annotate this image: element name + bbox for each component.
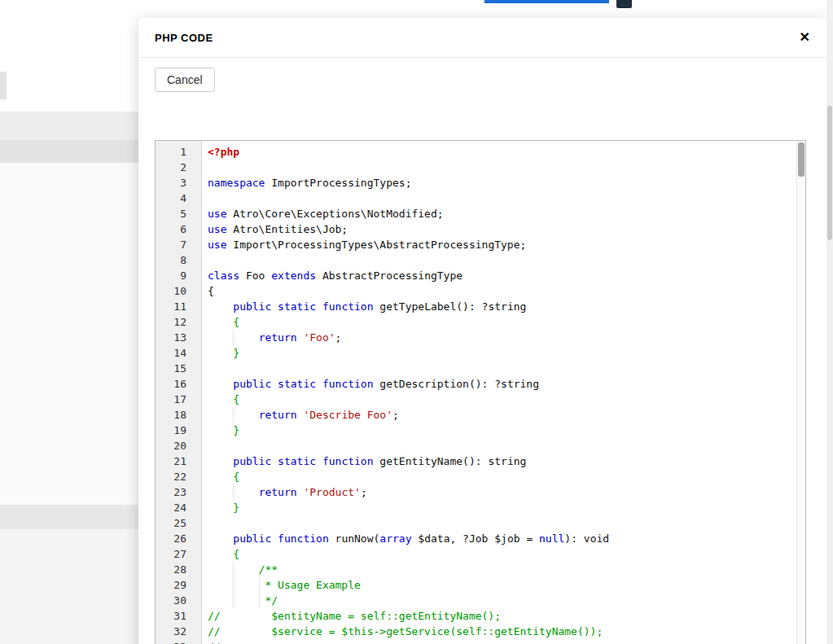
code-token	[316, 300, 322, 313]
editor-scrollbar-thumb[interactable]	[798, 142, 805, 177]
code-token: {	[233, 393, 239, 405]
code-line	[208, 160, 805, 175]
code-line: namespace ImportProcessingTypes;	[208, 175, 805, 191]
background-block	[0, 505, 138, 529]
code-line: // $service = $this->getService(self::ge…	[208, 624, 805, 639]
code-token	[316, 378, 322, 390]
line-number: 33	[156, 639, 186, 644]
code-token: // $service = $this->getService(self::ge…	[208, 625, 603, 637]
line-number: 24	[156, 500, 186, 515]
modal-header: PHP CODE ✕	[138, 18, 826, 58]
line-number: 31	[156, 608, 186, 624]
code-token	[208, 532, 233, 545]
code-token: class	[208, 269, 239, 282]
background-block	[0, 140, 138, 163]
code-editor[interactable]: 1234567891011121314151617181920212223242…	[155, 140, 806, 644]
line-number: 10	[156, 283, 186, 299]
code-line: return 'Describe Foo';	[208, 407, 805, 423]
background-block	[0, 529, 138, 644]
background-button-top[interactable]	[484, 0, 609, 3]
line-number: 23	[156, 484, 186, 500]
code-token: use	[208, 223, 226, 235]
code-token: use	[208, 239, 226, 251]
code-token: static	[278, 300, 316, 313]
editor-scrollbar[interactable]	[796, 141, 805, 644]
code-token: runNow(	[329, 532, 380, 545]
line-number: 30	[156, 593, 186, 608]
code-token: return	[259, 486, 297, 498]
line-number: 32	[156, 624, 186, 639]
code-line: * Usage Example	[208, 577, 805, 593]
line-number: 2	[156, 160, 186, 175]
code-token: array	[379, 532, 411, 545]
editor-gutter: 1234567891011121314151617181920212223242…	[156, 141, 202, 644]
code-line: return 'Product';	[208, 484, 805, 500]
line-number: 20	[156, 438, 186, 453]
code-line	[208, 252, 805, 268]
indent-guide	[233, 593, 234, 608]
background-block	[0, 163, 138, 505]
code-line	[208, 515, 805, 531]
code-token: static	[278, 455, 316, 467]
code-token: getEntityName(): string	[374, 455, 527, 467]
code-token	[271, 300, 278, 313]
code-token: function	[278, 532, 329, 545]
line-number: 13	[156, 330, 186, 345]
code-line: public static function getTypeLabel(): ?…	[208, 299, 805, 314]
code-token: 'Describe Foo'	[303, 409, 392, 421]
code-token	[208, 347, 233, 359]
indent-guide	[233, 407, 234, 423]
modal-title: PHP CODE	[155, 32, 213, 44]
indent-guide	[259, 593, 260, 608]
code-line: use Import\ProcessingTypes\AbstractProce…	[208, 237, 805, 252]
code-line: }	[208, 345, 805, 361]
code-line: // $entityName = self::getEntityName();	[208, 608, 805, 624]
code-token	[208, 378, 233, 390]
code-token: getTypeLabel(): ?string	[374, 300, 527, 313]
code-token: getDescription(): ?string	[374, 378, 540, 390]
code-token	[271, 455, 278, 467]
code-token: */	[208, 594, 278, 607]
code-token: Atro\Entities\Job;	[226, 223, 348, 235]
code-token: return	[259, 409, 297, 421]
php-code-modal: PHP CODE ✕ Cancel 1234567891011121314151…	[138, 18, 826, 644]
code-token: return	[259, 331, 297, 344]
indent-guide	[233, 484, 234, 500]
code-line: return 'Foo';	[208, 330, 805, 345]
code-token	[208, 393, 233, 405]
indent-guide	[233, 330, 234, 345]
code-token: {	[208, 285, 214, 297]
code-token	[208, 502, 233, 514]
code-token: ;	[361, 486, 367, 498]
line-number: 19	[156, 423, 186, 438]
code-token: public	[233, 532, 271, 545]
line-number: 6	[156, 221, 186, 237]
line-number: 12	[156, 314, 186, 330]
code-token: <?php	[208, 146, 239, 158]
code-line	[208, 191, 805, 206]
line-number: 4	[156, 191, 186, 206]
page-scrollbar-thumb[interactable]	[827, 106, 832, 240]
code-token: $data, ?Job $job =	[412, 532, 540, 545]
code-line: class Foo extends AbstractProcessingType	[208, 268, 805, 283]
code-token: function	[322, 378, 374, 390]
code-token: }	[233, 502, 239, 514]
background-block	[0, 112, 138, 140]
page-scrollbar[interactable]	[826, 0, 833, 644]
code-token: public	[233, 455, 271, 467]
line-number: 11	[156, 299, 186, 314]
code-line: {	[208, 469, 805, 484]
line-number: 1	[156, 144, 186, 160]
background-menu-icon[interactable]	[616, 0, 632, 8]
code-token	[271, 532, 278, 545]
code-line: {	[208, 546, 805, 562]
line-number: 8	[156, 252, 186, 268]
close-icon[interactable]: ✕	[800, 31, 810, 44]
line-number: 22	[156, 469, 186, 484]
code-token	[271, 378, 278, 390]
cancel-button[interactable]: Cancel	[155, 68, 215, 92]
code-token: static	[278, 378, 316, 390]
code-line: use Atro\Core\Exceptions\NotModified;	[208, 206, 805, 221]
code-lines: <?php namespace ImportProcessingTypes; u…	[202, 141, 805, 644]
code-token: }	[233, 347, 239, 359]
